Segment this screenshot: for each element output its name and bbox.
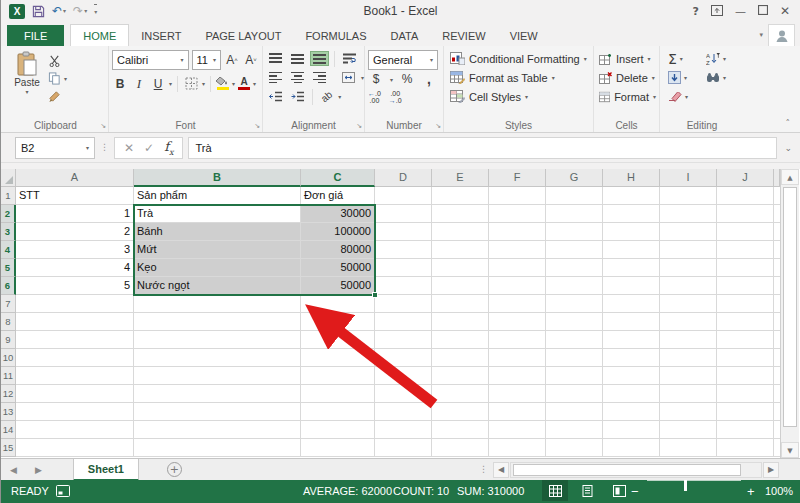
cell-F1[interactable]: [489, 187, 546, 205]
cell-B5[interactable]: Kẹo: [134, 259, 301, 277]
increase-decimal-button[interactable]: ←.0.00: [368, 90, 381, 104]
cell-E14[interactable]: [432, 421, 489, 439]
column-header-A[interactable]: A: [16, 169, 134, 187]
row-header-10[interactable]: 10: [1, 349, 16, 367]
minimize-icon[interactable]: —: [735, 6, 746, 17]
tab-home[interactable]: HOME: [70, 24, 129, 46]
cell-A2[interactable]: 1: [16, 205, 134, 223]
column-header-D[interactable]: D: [375, 169, 432, 187]
cell-C10[interactable]: [301, 349, 375, 367]
tab-formulas[interactable]: FORMULAS: [293, 25, 378, 46]
cell-B11[interactable]: [134, 367, 301, 385]
cell-H14[interactable]: [603, 421, 660, 439]
cell-H4[interactable]: [603, 241, 660, 259]
cell-E9[interactable]: [432, 331, 489, 349]
cell-G4[interactable]: [546, 241, 603, 259]
cell-J4[interactable]: [717, 241, 774, 259]
cell-C5[interactable]: 50000: [301, 259, 375, 277]
delete-cells-button[interactable]: Delete▾: [599, 68, 656, 87]
column-header-H[interactable]: H: [603, 169, 660, 187]
cell-C11[interactable]: [301, 367, 375, 385]
expand-formula-bar-icon[interactable]: ⌄: [782, 143, 794, 153]
row-header-2[interactable]: 2: [1, 205, 16, 223]
cell-I13[interactable]: [660, 403, 717, 421]
cell-D14[interactable]: [375, 421, 432, 439]
percent-style-button[interactable]: %: [399, 70, 415, 88]
cell-F3[interactable]: [489, 223, 546, 241]
cell-A9[interactable]: [16, 331, 134, 349]
zoom-in-button[interactable]: +: [747, 480, 755, 503]
column-header-C[interactable]: C: [301, 169, 375, 187]
bottom-align-button[interactable]: [310, 51, 329, 66]
cell-J12[interactable]: [717, 385, 774, 403]
cell-J10[interactable]: [717, 349, 774, 367]
clear-button[interactable]: ▾: [668, 87, 704, 106]
cell-E12[interactable]: [432, 385, 489, 403]
row-header-4[interactable]: 4: [1, 241, 16, 259]
cell-H13[interactable]: [603, 403, 660, 421]
font-color-button[interactable]: A: [238, 78, 250, 90]
cell-H8[interactable]: [603, 313, 660, 331]
cell-B15[interactable]: [134, 439, 301, 457]
select-all-button[interactable]: [1, 169, 16, 187]
tab-insert[interactable]: INSERT: [129, 25, 193, 46]
tab-view[interactable]: VIEW: [498, 25, 550, 46]
cell-F9[interactable]: [489, 331, 546, 349]
cell-H3[interactable]: [603, 223, 660, 241]
row-header-11[interactable]: 11: [1, 367, 16, 385]
cell-E10[interactable]: [432, 349, 489, 367]
cell-J7[interactable]: [717, 295, 774, 313]
cell-H6[interactable]: [603, 277, 660, 295]
cell-J1[interactable]: [717, 187, 774, 205]
cell-I10[interactable]: [660, 349, 717, 367]
ribbon-display-options-icon[interactable]: [711, 5, 723, 18]
cell-G5[interactable]: [546, 259, 603, 277]
cell-A1[interactable]: STT: [16, 187, 134, 205]
italic-button[interactable]: I: [131, 75, 147, 93]
cell-J13[interactable]: [717, 403, 774, 421]
cell-D13[interactable]: [375, 403, 432, 421]
row-header-9[interactable]: 9: [1, 331, 16, 349]
align-right-button[interactable]: [310, 70, 329, 85]
align-left-button[interactable]: [266, 70, 285, 85]
prev-sheet-icon[interactable]: ◀: [1, 465, 26, 475]
cell-G15[interactable]: [546, 439, 603, 457]
cell-D9[interactable]: [375, 331, 432, 349]
page-layout-view-button[interactable]: [574, 480, 600, 501]
font-color-dropdown[interactable]: ▾: [253, 80, 256, 87]
cell-H10[interactable]: [603, 349, 660, 367]
row-header-6[interactable]: 6: [1, 277, 16, 295]
name-box[interactable]: B2▾: [15, 137, 95, 159]
cell-H1[interactable]: [603, 187, 660, 205]
macro-record-icon[interactable]: [56, 485, 70, 499]
cell-G10[interactable]: [546, 349, 603, 367]
fill-color-dropdown[interactable]: ▾: [232, 80, 235, 87]
sort-filter-button[interactable]: AZ ▾: [706, 49, 740, 68]
cell-H9[interactable]: [603, 331, 660, 349]
column-header-F[interactable]: F: [489, 169, 546, 187]
accounting-dropdown[interactable]: ▾: [390, 76, 393, 83]
cell-G9[interactable]: [546, 331, 603, 349]
cell-B7[interactable]: [134, 295, 301, 313]
grow-font-button[interactable]: A˄: [224, 51, 240, 69]
cell-B8[interactable]: [134, 313, 301, 331]
cell-B13[interactable]: [134, 403, 301, 421]
chevron-down-icon[interactable]: ▾: [759, 31, 763, 39]
alignment-dialog-launcher[interactable]: ↘: [356, 122, 362, 130]
cell-E13[interactable]: [432, 403, 489, 421]
cell-J3[interactable]: [717, 223, 774, 241]
cell-D15[interactable]: [375, 439, 432, 457]
column-header-G[interactable]: G: [546, 169, 603, 187]
cell-C13[interactable]: [301, 403, 375, 421]
cell-A13[interactable]: [16, 403, 134, 421]
column-header-J[interactable]: J: [717, 169, 774, 187]
cell-C6[interactable]: 50000: [301, 277, 375, 295]
cell-D4[interactable]: [375, 241, 432, 259]
number-dialog-launcher[interactable]: ↘: [435, 122, 441, 130]
scroll-left-icon[interactable]: ◀: [493, 462, 509, 478]
cell-G14[interactable]: [546, 421, 603, 439]
cell-C9[interactable]: [301, 331, 375, 349]
cell-C3[interactable]: 100000: [301, 223, 375, 241]
row-header-1[interactable]: 1: [1, 187, 16, 205]
fill-color-button[interactable]: [216, 77, 229, 90]
